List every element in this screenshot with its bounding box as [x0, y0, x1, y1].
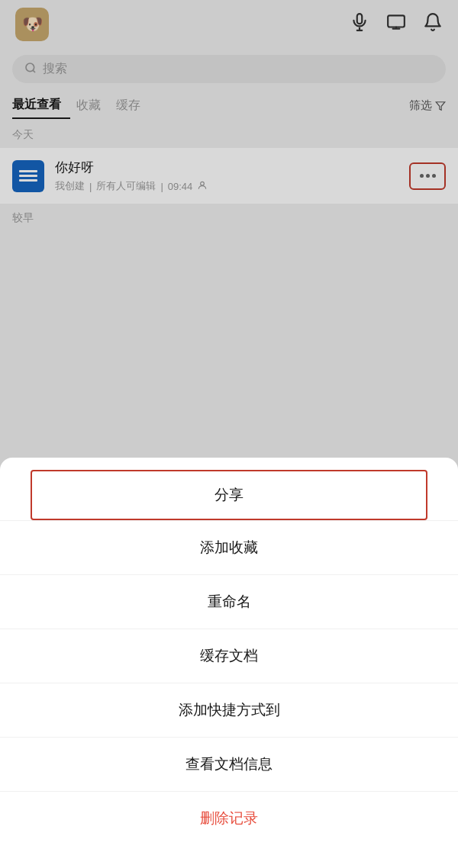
menu-item-view-info[interactable]: 查看文档信息: [0, 738, 458, 792]
menu-item-rename[interactable]: 重命名: [0, 575, 458, 629]
menu-item-add-favorite[interactable]: 添加收藏: [0, 521, 458, 575]
menu-item-cache-doc[interactable]: 缓存文档: [0, 629, 458, 683]
menu-item-add-shortcut[interactable]: 添加快捷方式到: [0, 683, 458, 738]
bottom-sheet: 分享 添加收藏 重命名 缓存文档 添加快捷方式到 查看文档信息 删除记录: [0, 458, 458, 868]
menu-item-share[interactable]: 分享: [31, 470, 427, 520]
menu-item-delete[interactable]: 删除记录: [0, 792, 458, 845]
